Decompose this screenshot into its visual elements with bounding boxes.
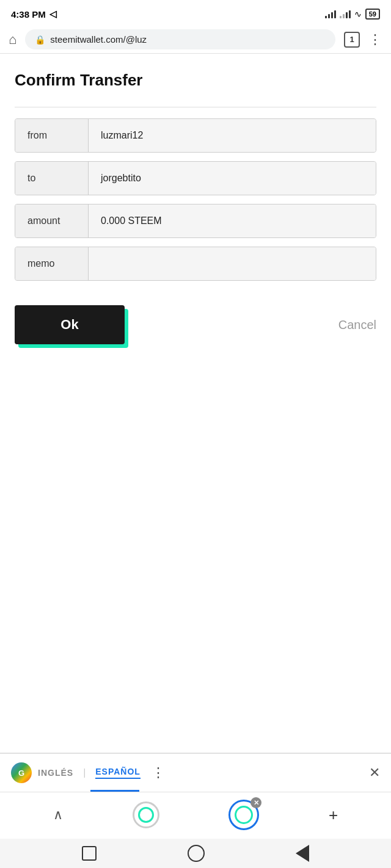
to-value: jorgebtito [89, 162, 376, 195]
menu-dots-icon[interactable]: ⋮ [368, 32, 382, 48]
nav-circle-1 [133, 801, 159, 828]
ok-button-wrapper: Ok [15, 305, 125, 344]
from-value: luzmari12 [89, 119, 376, 152]
to-label: to [15, 162, 89, 195]
status-bar: 4:38 PM ◁ ∿ 59 [0, 0, 391, 26]
nav-circle-button-2[interactable]: ✕ [228, 800, 259, 830]
to-row: to jorgebtito [15, 161, 376, 195]
memo-label: memo [15, 247, 89, 280]
close-badge: ✕ [250, 797, 261, 808]
main-content: Confirm Transfer from luzmari12 to jorge… [0, 54, 391, 753]
lang-inactive[interactable]: INGLÉS [38, 768, 73, 778]
from-row: from luzmari12 [15, 118, 376, 153]
amount-value: 0.000 STEEM [89, 204, 376, 237]
address-bar: ⌂ 🔒 steemitwallet.com/@luz 1 ⋮ [0, 26, 391, 54]
battery-icon: 59 [365, 9, 380, 20]
translate-menu-icon[interactable]: ⋮ [152, 765, 165, 781]
plus-icon: + [329, 806, 338, 825]
send-icon: ◁ [49, 9, 57, 20]
phone-square-icon [82, 846, 97, 861]
url-bar[interactable]: 🔒 steemitwallet.com/@luz [25, 29, 335, 49]
chevron-up-icon: ∧ [53, 807, 63, 823]
memo-value [89, 247, 376, 280]
phone-bar [0, 839, 391, 868]
nav-circle-button-1[interactable] [133, 801, 159, 828]
wifi-icon: ∿ [354, 9, 362, 19]
google-translate-icon: G [11, 762, 32, 783]
bottom-nav: ∧ ✕ + [0, 792, 391, 839]
signal-icon-2 [340, 10, 351, 18]
signal-icon [325, 10, 336, 18]
memo-row: memo [15, 247, 376, 281]
status-icons: ∿ 59 [325, 9, 380, 20]
from-label: from [15, 119, 89, 152]
phone-circle-icon [188, 845, 205, 862]
amount-row: amount 0.000 STEEM [15, 204, 376, 238]
lang-active[interactable]: ESPAÑOL [95, 767, 141, 779]
time-display: 4:38 PM [11, 9, 46, 20]
lang-separator: | [83, 767, 86, 778]
nav-back-button[interactable]: ∧ [53, 807, 63, 823]
page-title: Confirm Transfer [15, 71, 376, 90]
amount-label: amount [15, 204, 89, 237]
phone-back-icon [296, 845, 309, 862]
nav-plus-button[interactable]: + [329, 806, 338, 825]
home-button[interactable]: ⌂ [9, 32, 16, 48]
tab-count[interactable]: 1 [344, 32, 360, 48]
ok-button[interactable]: Ok [15, 305, 125, 344]
url-text: steemitwallet.com/@luz [50, 34, 147, 45]
active-lang-underline [90, 790, 139, 792]
nav-circle-2: ✕ [228, 800, 259, 830]
lock-icon: 🔒 [35, 35, 45, 45]
buttons-row: Ok Cancel [15, 305, 376, 344]
translate-close-icon[interactable]: ✕ [369, 765, 380, 781]
cancel-button[interactable]: Cancel [338, 318, 376, 332]
translation-bar: G INGLÉS | ESPAÑOL ⋮ ✕ [0, 753, 391, 792]
form-divider [15, 107, 376, 107]
